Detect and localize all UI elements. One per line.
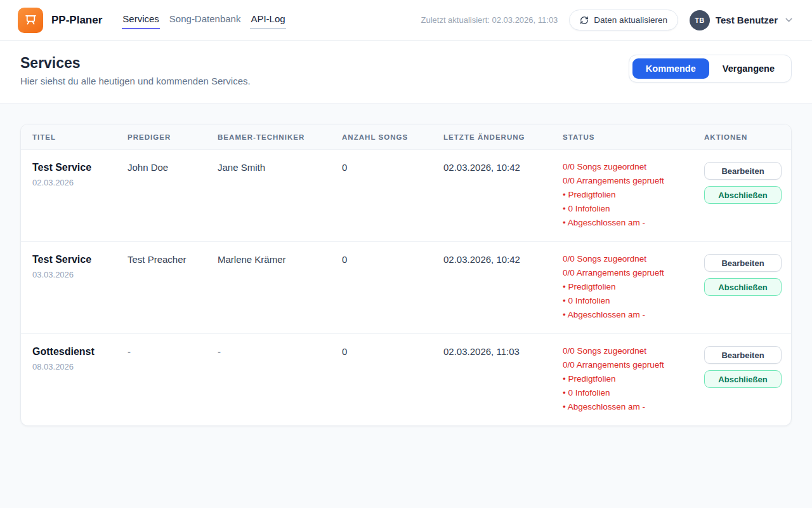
status-line: • Abgeschlossen am - (563, 400, 698, 414)
avatar: TB (690, 10, 710, 30)
edit-button[interactable]: Bearbeiten (704, 346, 782, 364)
nav-item-song-datenbank[interactable]: Song-Datenbank (169, 11, 242, 29)
chevron-down-icon (783, 15, 794, 25)
edit-button[interactable]: Bearbeiten (704, 254, 782, 272)
preacher-cell: - (128, 334, 218, 425)
topbar-right: Zuletzt aktualisiert: 02.03.2026, 11:03 … (421, 10, 795, 30)
complete-button[interactable]: Abschließen (704, 278, 782, 296)
page-subtitle: Hier siehst du alle heutigen und kommend… (20, 76, 251, 86)
status-cell: 0/0 Songs zugeordnet 0/0 Arrangements ge… (563, 334, 704, 425)
brand-name: PP-Planer (51, 14, 102, 27)
app-logo (18, 8, 43, 33)
filter-vergangene-button[interactable]: Vergangene (709, 58, 788, 79)
nav-item-services[interactable]: Services (122, 11, 160, 29)
user-menu[interactable]: TB Test Benutzer (690, 10, 794, 30)
song-count-cell: 0 (342, 150, 443, 241)
status-line: 0/0 Songs zugeordnet (563, 160, 698, 174)
preacher-cell: Test Preacher (128, 242, 218, 333)
beamer-tech-cell: Jane Smith (218, 150, 342, 241)
services-table-card: TITEL PREDIGER BEAMER-TECHNIKER ANZAHL S… (20, 124, 792, 426)
song-count-cell: 0 (342, 334, 443, 425)
filter-kommende-button[interactable]: Kommende (632, 58, 709, 79)
page-head: Services Hier siehst du alle heutigen un… (0, 41, 812, 104)
service-title-cell: Gottesdienst 08.03.2026 (32, 334, 128, 425)
beamer-tech-cell: - (218, 334, 342, 425)
edit-button[interactable]: Bearbeiten (704, 162, 782, 180)
status-line: 0/0 Arrangements geprueft (563, 174, 698, 188)
last-change-cell: 02.03.2026, 10:42 (443, 242, 563, 333)
status-line: • Predigtfolien (563, 372, 698, 386)
service-title: Gottesdienst (32, 346, 121, 358)
main-content: TITEL PREDIGER BEAMER-TECHNIKER ANZAHL S… (0, 104, 812, 446)
last-updated-text: Zuletzt aktualisiert: 02.03.2026, 11:03 (421, 15, 558, 25)
actions-cell: Bearbeiten Abschließen (704, 242, 782, 333)
col-header-status: STATUS (563, 124, 704, 149)
service-date: 08.03.2026 (32, 362, 121, 371)
service-title: Test Service (32, 162, 121, 173)
status-cell: 0/0 Songs zugeordnet 0/0 Arrangements ge… (563, 242, 704, 333)
refresh-button-label: Daten aktualisieren (594, 15, 667, 25)
status-cell: 0/0 Songs zugeordnet 0/0 Arrangements ge… (563, 150, 704, 241)
actions-cell: Bearbeiten Abschließen (704, 150, 782, 241)
service-title-cell: Test Service 02.03.2026 (32, 150, 128, 241)
last-change-cell: 02.03.2026, 10:42 (443, 150, 563, 241)
status-line: • 0 Infofolien (563, 202, 698, 216)
col-header-titel: TITEL (32, 124, 128, 149)
presentation-screen-icon (23, 13, 38, 27)
beamer-tech-cell: Marlene Krämer (218, 242, 342, 333)
refresh-icon (580, 16, 589, 25)
last-change-cell: 02.03.2026, 11:03 (443, 334, 563, 425)
col-header-beamer-techniker: BEAMER-TECHNIKER (218, 124, 342, 149)
service-date: 03.03.2026 (32, 270, 121, 279)
table-row: Test Service 03.03.2026 Test Preacher Ma… (21, 242, 791, 334)
status-line: • Abgeschlossen am - (563, 308, 698, 322)
song-count-cell: 0 (342, 242, 443, 333)
status-line: • 0 Infofolien (563, 386, 698, 400)
table-header-row: TITEL PREDIGER BEAMER-TECHNIKER ANZAHL S… (21, 124, 791, 150)
service-date: 02.03.2026 (32, 178, 121, 187)
col-header-anzahl-songs: ANZAHL SONGS (342, 124, 443, 149)
status-line: • Predigtfolien (563, 188, 698, 202)
topbar: PP-Planer Services Song-Datenbank API-Lo… (0, 0, 812, 41)
complete-button[interactable]: Abschließen (704, 186, 782, 204)
table-row: Test Service 02.03.2026 John Doe Jane Sm… (21, 150, 791, 242)
status-line: • 0 Infofolien (563, 294, 698, 308)
status-line: 0/0 Arrangements geprueft (563, 266, 698, 280)
table-row: Gottesdienst 08.03.2026 - - 0 02.03.2026… (21, 334, 791, 425)
refresh-data-button[interactable]: Daten aktualisieren (569, 10, 678, 30)
status-line: • Predigtfolien (563, 280, 698, 294)
service-title-cell: Test Service 03.03.2026 (32, 242, 128, 333)
page-head-text: Services Hier siehst du alle heutigen un… (20, 55, 251, 86)
col-header-aktionen: AKTIONEN (704, 124, 780, 149)
main-nav: Services Song-Datenbank API-Log (122, 11, 285, 29)
col-header-letzte-aenderung: LETZTE ÄNDERUNG (443, 124, 563, 149)
status-line: 0/0 Songs zugeordnet (563, 252, 698, 266)
page-title: Services (20, 55, 251, 72)
actions-cell: Bearbeiten Abschließen (704, 334, 782, 425)
status-line: • Abgeschlossen am - (563, 216, 698, 230)
col-header-prediger: PREDIGER (128, 124, 218, 149)
preacher-cell: John Doe (128, 150, 218, 241)
nav-item-api-log[interactable]: API-Log (250, 11, 285, 29)
status-line: 0/0 Arrangements geprueft (563, 358, 698, 372)
service-title: Test Service (32, 254, 121, 265)
complete-button[interactable]: Abschließen (704, 370, 782, 388)
user-name: Test Benutzer (716, 15, 778, 25)
service-filter-toggle: Kommende Vergangene (629, 55, 792, 83)
status-line: 0/0 Songs zugeordnet (563, 344, 698, 358)
